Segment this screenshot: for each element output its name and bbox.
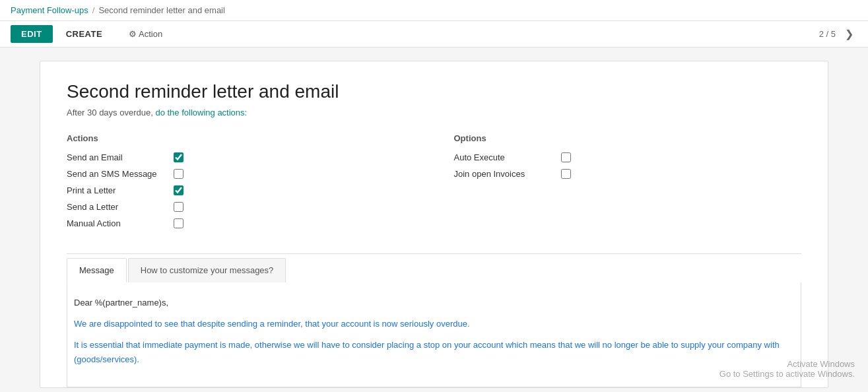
actions-section: Actions Send an Email Send an SMS Messag… <box>67 133 415 235</box>
tab-content: Dear %(partner_name)s, We are disappoint… <box>67 282 801 387</box>
action-checkbox-1[interactable] <box>174 169 184 179</box>
email-line1: Dear %(partner_name)s, <box>74 296 794 310</box>
options-section: Options Auto Execute Join open Invoices <box>454 133 802 235</box>
form-container: Second reminder letter and email After 3… <box>40 61 828 388</box>
pagination: 2 / 5 ❯ <box>819 26 857 42</box>
tab-customize[interactable]: How to customize your messages? <box>128 258 286 282</box>
pagination-next-button[interactable]: ❯ <box>841 26 857 42</box>
action-label-4: Manual Action <box>67 218 166 228</box>
option-label-1: Join open Invoices <box>454 169 553 179</box>
option-row-0: Auto Execute <box>454 152 802 162</box>
actions-section-label: Actions <box>67 133 415 143</box>
email-line3: It is essential that immediate payment i… <box>74 338 794 367</box>
action-row-4: Manual Action <box>67 218 415 228</box>
subtitle: After 30 days overdue, do the following … <box>67 108 801 117</box>
breadcrumb-current: Second reminder letter and email <box>98 5 225 15</box>
breadcrumb-parent[interactable]: Payment Follow-ups <box>11 5 88 15</box>
action-label-1: Send an SMS Message <box>67 169 166 179</box>
action-row-1: Send an SMS Message <box>67 169 415 179</box>
action-row-0: Send an Email <box>67 152 415 162</box>
two-col-layout: Actions Send an Email Send an SMS Messag… <box>67 133 801 235</box>
option-label-0: Auto Execute <box>454 152 553 162</box>
create-button[interactable]: CREATE <box>55 25 113 43</box>
action-label-3: Send a Letter <box>67 202 166 212</box>
action-label-2: Print a Letter <box>67 185 166 195</box>
option-row-1: Join open Invoices <box>454 169 802 179</box>
action-row-3: Send a Letter <box>67 202 415 212</box>
action-checkbox-2[interactable] <box>174 185 184 195</box>
tabs-container: Message How to customize your messages? … <box>67 253 801 387</box>
email-body: Dear %(partner_name)s, We are disappoint… <box>74 296 794 367</box>
subtitle-prefix: After 30 days overdue, <box>67 108 153 117</box>
action-checkbox-0[interactable] <box>174 152 184 162</box>
pagination-text: 2 / 5 <box>819 29 836 39</box>
email-line2: We are disappointed to see that despite … <box>74 317 794 331</box>
option-checkbox-1[interactable] <box>561 169 571 179</box>
breadcrumb-separator: / <box>92 5 95 15</box>
edit-button[interactable]: EDIT <box>11 25 53 43</box>
action-label-0: Send an Email <box>67 152 166 162</box>
record-title: Second reminder letter and email <box>67 81 801 102</box>
main-content: Second reminder letter and email After 3… <box>0 48 868 392</box>
tabs-nav: Message How to customize your messages? <box>67 254 801 282</box>
option-checkbox-0[interactable] <box>561 152 571 162</box>
breadcrumb: Payment Follow-ups / Second reminder let… <box>0 0 868 21</box>
tab-message[interactable]: Message <box>67 258 127 282</box>
options-section-label: Options <box>454 133 802 143</box>
action-checkbox-3[interactable] <box>174 202 184 212</box>
subtitle-link: do the following actions: <box>155 108 247 117</box>
action-button[interactable]: ⚙ Action <box>129 29 162 39</box>
action-row-2: Print a Letter <box>67 185 415 195</box>
action-checkbox-4[interactable] <box>174 218 184 228</box>
toolbar: EDIT CREATE ⚙ Action 2 / 5 ❯ <box>0 21 868 48</box>
